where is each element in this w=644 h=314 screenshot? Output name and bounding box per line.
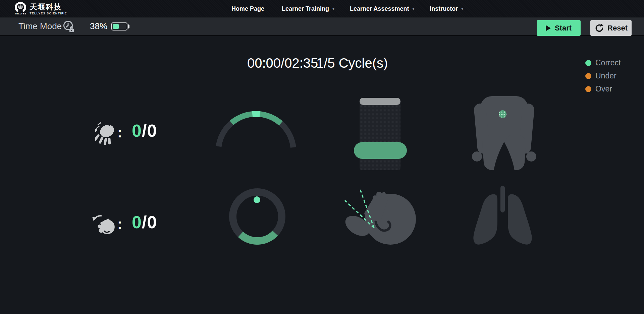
ventilation-volume-gauge — [229, 188, 285, 245]
clock-lock-icon — [63, 20, 75, 33]
lungs-figure — [471, 185, 535, 249]
reset-icon — [594, 23, 603, 33]
nav-learner-assessment[interactable]: Learner Assessment ▼ — [350, 5, 415, 12]
battery-icon — [111, 22, 127, 30]
ventilation-total-count: 0 — [147, 212, 157, 232]
over-dot-icon — [585, 86, 591, 92]
ventilation-colon: : — [117, 216, 122, 232]
under-dot-icon — [585, 73, 591, 79]
compression-depth-gauge — [360, 98, 400, 170]
compression-correct-count: 0 — [132, 121, 142, 140]
compression-colon: : — [117, 125, 122, 141]
nav-learner-training[interactable]: Learner Training ▼ — [282, 5, 335, 12]
airway-head-figure — [344, 186, 416, 247]
torso-figure — [468, 95, 540, 171]
compression-score: 0/0 — [132, 121, 157, 141]
result-legend: Correct Under Over — [585, 56, 621, 96]
cycle-counter: 1/5 Cycle(s) — [316, 56, 388, 71]
compression-hand-icon — [95, 121, 116, 145]
volume-target-zone — [240, 233, 275, 241]
correct-dot-icon — [585, 60, 591, 66]
nav-home-page[interactable]: Home Page — [231, 5, 267, 12]
legend-item-correct: Correct — [585, 56, 621, 69]
legend-item-over: Over — [585, 82, 621, 96]
legend-item-under: Under — [585, 69, 621, 82]
session-toolbar: Time Mode 38% Start Reset — [0, 17, 644, 36]
compression-rate-gauge — [214, 110, 298, 154]
time-mode-selector[interactable]: Time Mode — [18, 17, 75, 35]
ventilation-head-icon — [92, 214, 116, 237]
compression-total-count: 0 — [147, 121, 157, 140]
main-nav: Home Page Learner Training ▼ Learner Ass… — [231, 0, 464, 17]
depth-target-zone — [354, 142, 407, 159]
start-button[interactable]: Start — [537, 20, 581, 36]
top-nav-bar: TELLYES 天堰科技 TELLYES SCIENTIFIC Home Pag… — [0, 0, 644, 17]
play-icon — [546, 25, 551, 31]
cpr-training-screen: TELLYES 天堰科技 TELLYES SCIENTIFIC Home Pag… — [0, 0, 644, 314]
caret-down-icon: ▼ — [461, 7, 464, 11]
battery-percent: 38% — [90, 21, 107, 32]
brand-name-en: TELLYES SCIENTIFIC — [30, 12, 67, 15]
ventilation-correct-count: 0 — [132, 212, 142, 232]
battery-fill — [113, 24, 119, 29]
compression-point-indicator — [499, 110, 506, 118]
caret-down-icon: ▼ — [332, 7, 335, 11]
caret-down-icon: ▼ — [412, 7, 415, 11]
tellyes-logo-icon — [15, 2, 26, 12]
battery-status: 38% — [90, 17, 127, 35]
time-mode-label: Time Mode — [18, 21, 62, 32]
logo-wordmark: TELLYES — [15, 12, 26, 15]
depth-top-cap — [360, 98, 400, 105]
session-timer: 00:00/02:35 — [247, 56, 318, 71]
ventilation-score: 0/0 — [132, 212, 157, 232]
nav-instructor[interactable]: Instructor ▼ — [430, 5, 464, 12]
reset-button[interactable]: Reset — [590, 20, 632, 36]
rate-marker — [252, 114, 260, 114]
brand-name-cn: 天堰科技 — [30, 3, 67, 11]
brand-logo: TELLYES 天堰科技 TELLYES SCIENTIFIC — [15, 2, 67, 15]
volume-marker — [254, 196, 260, 203]
